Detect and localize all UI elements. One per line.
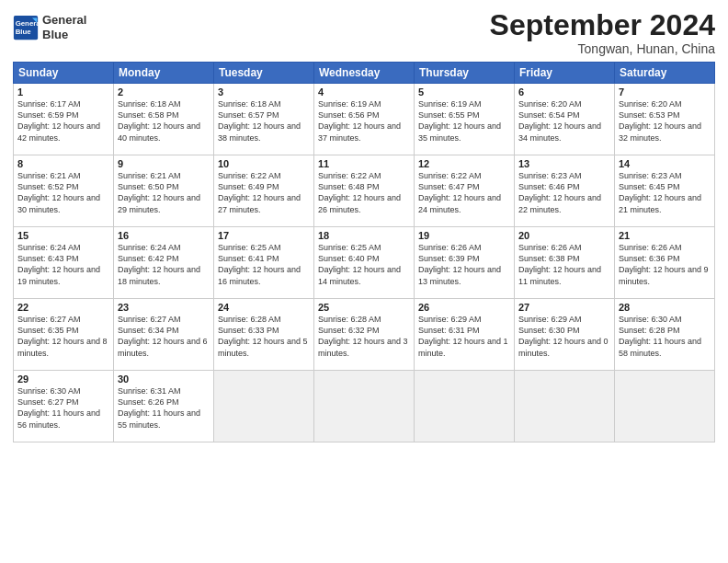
day-number: 8	[17, 158, 109, 169]
day-number: 27	[518, 302, 610, 313]
calendar-cell: 26Sunrise: 6:29 AMSunset: 6:31 PMDayligh…	[415, 299, 515, 371]
cell-info: Sunrise: 6:22 AMSunset: 6:47 PMDaylight:…	[418, 170, 510, 215]
day-number: 13	[518, 158, 610, 169]
calendar-cell: 29Sunrise: 6:30 AMSunset: 6:27 PMDayligh…	[14, 371, 114, 442]
day-header-saturday: Saturday	[615, 63, 715, 84]
calendar-cell: 11Sunrise: 6:22 AMSunset: 6:48 PMDayligh…	[314, 155, 415, 227]
calendar-week-2: 8Sunrise: 6:21 AMSunset: 6:52 PMDaylight…	[14, 155, 715, 227]
calendar-week-4: 22Sunrise: 6:27 AMSunset: 6:35 PMDayligh…	[14, 299, 715, 371]
cell-info: Sunrise: 6:26 AMSunset: 6:38 PMDaylight:…	[518, 242, 610, 287]
calendar-cell: 30Sunrise: 6:31 AMSunset: 6:26 PMDayligh…	[114, 371, 214, 442]
calendar-cell	[314, 371, 415, 442]
logo-text2: Blue	[42, 28, 86, 42]
calendar-cell: 14Sunrise: 6:23 AMSunset: 6:45 PMDayligh…	[615, 155, 715, 227]
calendar-cell	[214, 371, 314, 442]
calendar-table: SundayMondayTuesdayWednesdayThursdayFrid…	[13, 62, 715, 442]
cell-info: Sunrise: 6:20 AMSunset: 6:53 PMDaylight:…	[619, 98, 711, 144]
calendar-cell: 21Sunrise: 6:26 AMSunset: 6:36 PMDayligh…	[615, 227, 715, 299]
cell-info: Sunrise: 6:29 AMSunset: 6:30 PMDaylight:…	[518, 314, 610, 359]
calendar-cell: 9Sunrise: 6:21 AMSunset: 6:50 PMDaylight…	[114, 155, 214, 227]
calendar-cell: 22Sunrise: 6:27 AMSunset: 6:35 PMDayligh…	[14, 299, 114, 371]
calendar-cell: 1Sunrise: 6:17 AMSunset: 6:59 PMDaylight…	[14, 84, 114, 155]
calendar-cell: 18Sunrise: 6:25 AMSunset: 6:40 PMDayligh…	[314, 227, 415, 299]
day-number: 9	[118, 158, 210, 169]
day-number: 15	[17, 230, 109, 241]
cell-info: Sunrise: 6:28 AMSunset: 6:33 PMDaylight:…	[218, 314, 310, 359]
calendar-cell: 15Sunrise: 6:24 AMSunset: 6:43 PMDayligh…	[14, 227, 114, 299]
cell-info: Sunrise: 6:25 AMSunset: 6:40 PMDaylight:…	[318, 242, 410, 287]
logo: General Blue General Blue	[13, 13, 86, 41]
day-number: 3	[218, 86, 310, 98]
day-number: 25	[318, 302, 410, 313]
title-block: September 2024 Tongwan, Hunan, China	[490, 9, 715, 56]
calendar-header-row: SundayMondayTuesdayWednesdayThursdayFrid…	[14, 63, 715, 84]
day-number: 20	[518, 230, 610, 241]
day-header-thursday: Thursday	[415, 63, 515, 84]
calendar-week-3: 15Sunrise: 6:24 AMSunset: 6:43 PMDayligh…	[14, 227, 715, 299]
calendar-cell: 13Sunrise: 6:23 AMSunset: 6:46 PMDayligh…	[515, 155, 615, 227]
cell-info: Sunrise: 6:31 AMSunset: 6:26 PMDaylight:…	[118, 385, 210, 431]
cell-info: Sunrise: 6:22 AMSunset: 6:49 PMDaylight:…	[218, 170, 310, 215]
cell-info: Sunrise: 6:17 AMSunset: 6:59 PMDaylight:…	[17, 98, 109, 144]
day-header-monday: Monday	[114, 63, 214, 84]
calendar-cell: 5Sunrise: 6:19 AMSunset: 6:55 PMDaylight…	[415, 84, 515, 155]
calendar-cell: 6Sunrise: 6:20 AMSunset: 6:54 PMDaylight…	[515, 84, 615, 155]
calendar-cell	[415, 371, 515, 442]
day-number: 19	[418, 230, 510, 241]
calendar-week-5: 29Sunrise: 6:30 AMSunset: 6:27 PMDayligh…	[14, 371, 715, 442]
cell-info: Sunrise: 6:27 AMSunset: 6:35 PMDaylight:…	[17, 314, 109, 359]
day-number: 21	[619, 230, 711, 241]
calendar-cell: 7Sunrise: 6:20 AMSunset: 6:53 PMDaylight…	[615, 84, 715, 155]
day-number: 1	[17, 86, 109, 98]
calendar-cell: 24Sunrise: 6:28 AMSunset: 6:33 PMDayligh…	[214, 299, 314, 371]
calendar-cell: 4Sunrise: 6:19 AMSunset: 6:56 PMDaylight…	[314, 84, 415, 155]
day-number: 17	[218, 230, 310, 241]
day-number: 4	[318, 86, 410, 98]
calendar-cell: 25Sunrise: 6:28 AMSunset: 6:32 PMDayligh…	[314, 299, 415, 371]
month-title: September 2024	[490, 9, 715, 41]
logo-icon: General Blue	[13, 15, 39, 40]
day-number: 24	[218, 302, 310, 313]
page-header: General Blue General Blue September 2024…	[13, 9, 715, 56]
day-number: 5	[418, 86, 510, 98]
cell-info: Sunrise: 6:19 AMSunset: 6:56 PMDaylight:…	[318, 98, 410, 144]
calendar-week-1: 1Sunrise: 6:17 AMSunset: 6:59 PMDaylight…	[14, 84, 715, 155]
day-number: 28	[619, 302, 711, 313]
day-number: 11	[318, 158, 410, 169]
day-number: 16	[118, 230, 210, 241]
day-number: 30	[118, 373, 210, 385]
cell-info: Sunrise: 6:30 AMSunset: 6:27 PMDaylight:…	[17, 385, 109, 431]
cell-info: Sunrise: 6:22 AMSunset: 6:48 PMDaylight:…	[318, 170, 410, 215]
day-number: 29	[17, 373, 109, 385]
day-number: 26	[418, 302, 510, 313]
calendar-cell: 12Sunrise: 6:22 AMSunset: 6:47 PMDayligh…	[415, 155, 515, 227]
cell-info: Sunrise: 6:24 AMSunset: 6:42 PMDaylight:…	[118, 242, 210, 287]
cell-info: Sunrise: 6:20 AMSunset: 6:54 PMDaylight:…	[518, 98, 610, 144]
calendar-cell: 3Sunrise: 6:18 AMSunset: 6:57 PMDaylight…	[214, 84, 314, 155]
day-number: 23	[118, 302, 210, 313]
calendar-cell: 8Sunrise: 6:21 AMSunset: 6:52 PMDaylight…	[14, 155, 114, 227]
day-number: 12	[418, 158, 510, 169]
calendar-cell: 20Sunrise: 6:26 AMSunset: 6:38 PMDayligh…	[515, 227, 615, 299]
cell-info: Sunrise: 6:21 AMSunset: 6:52 PMDaylight:…	[17, 170, 109, 215]
day-header-tuesday: Tuesday	[214, 63, 314, 84]
cell-info: Sunrise: 6:25 AMSunset: 6:41 PMDaylight:…	[218, 242, 310, 287]
calendar-cell: 17Sunrise: 6:25 AMSunset: 6:41 PMDayligh…	[214, 227, 314, 299]
svg-text:Blue: Blue	[16, 28, 32, 36]
cell-info: Sunrise: 6:18 AMSunset: 6:58 PMDaylight:…	[118, 98, 210, 144]
calendar-cell	[515, 371, 615, 442]
calendar-cell: 23Sunrise: 6:27 AMSunset: 6:34 PMDayligh…	[114, 299, 214, 371]
cell-info: Sunrise: 6:21 AMSunset: 6:50 PMDaylight:…	[118, 170, 210, 215]
calendar-cell	[615, 371, 715, 442]
cell-info: Sunrise: 6:23 AMSunset: 6:45 PMDaylight:…	[619, 170, 711, 215]
calendar-cell: 28Sunrise: 6:30 AMSunset: 6:28 PMDayligh…	[615, 299, 715, 371]
day-number: 22	[17, 302, 109, 313]
day-number: 2	[118, 86, 210, 98]
day-header-friday: Friday	[515, 63, 615, 84]
day-header-sunday: Sunday	[14, 63, 114, 84]
cell-info: Sunrise: 6:30 AMSunset: 6:28 PMDaylight:…	[619, 314, 711, 359]
cell-info: Sunrise: 6:26 AMSunset: 6:39 PMDaylight:…	[418, 242, 510, 287]
location: Tongwan, Hunan, China	[490, 41, 715, 56]
cell-info: Sunrise: 6:24 AMSunset: 6:43 PMDaylight:…	[17, 242, 109, 287]
day-number: 14	[619, 158, 711, 169]
